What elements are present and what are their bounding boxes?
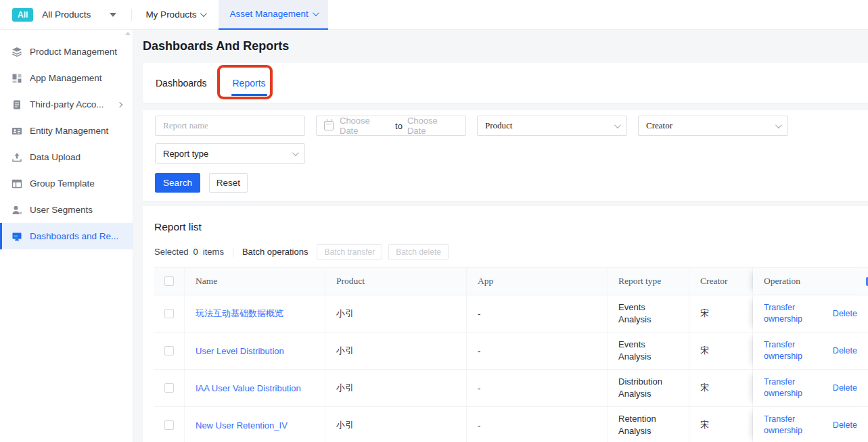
document-icon	[12, 99, 22, 110]
product-cell: 小引	[325, 370, 467, 406]
select-all-cell	[154, 268, 185, 295]
all-products-selector[interactable]: All Products	[42, 9, 91, 20]
delete-link[interactable]: Delete	[833, 420, 857, 430]
nav-item-my-products[interactable]: My Products	[145, 9, 205, 20]
app-cell: -	[467, 370, 608, 406]
report-type-cell: Retention Analysis	[608, 407, 689, 442]
report-table: Name Product App Report type Creator Ope…	[154, 267, 868, 442]
selected-label: Selected	[154, 247, 189, 257]
nav-item-asset-management[interactable]: Asset Management	[219, 0, 327, 30]
sidebar-item-group-template[interactable]: Group Template	[0, 170, 133, 197]
col-header-app: App	[467, 268, 608, 295]
report-name-input[interactable]	[155, 116, 305, 136]
col-header-product: Product	[325, 268, 467, 295]
delete-link[interactable]: Delete	[833, 383, 857, 393]
nav-divider	[131, 9, 132, 21]
app-grid-icon	[12, 73, 22, 84]
transfer-ownership-link[interactable]: Transfer ownership	[764, 339, 807, 362]
tab-dashboards[interactable]: Dashboards	[154, 63, 208, 103]
chevron-right-icon	[117, 101, 122, 107]
page-title: Dashboards And Reports	[143, 39, 289, 53]
sidebar-item-third-party-account[interactable]: Third-party Acco...	[0, 91, 133, 118]
report-type-select[interactable]: Report type	[155, 143, 305, 164]
row-checkbox[interactable]	[164, 309, 174, 318]
creator-cell: 宋	[689, 295, 753, 332]
table-row: IAA User Value Distribution 小引 - Distrib…	[154, 370, 868, 407]
id-card-icon	[12, 126, 22, 137]
dashboard-monitor-icon	[12, 231, 22, 242]
sidebar-item-label: Dashboards and Re...	[30, 231, 118, 241]
creator-cell: 宋	[689, 407, 753, 442]
date-end-placeholder: Choose Date	[407, 116, 458, 136]
sidebar-item-product-management[interactable]: Product Management	[0, 39, 133, 65]
tab-reports[interactable]: Reports	[231, 63, 267, 103]
batch-transfer-button[interactable]: Batch transfer	[317, 244, 382, 260]
product-cell: 小引	[325, 295, 467, 332]
report-name-link[interactable]: IAA User Value Distribution	[196, 383, 301, 393]
delete-link[interactable]: Delete	[833, 309, 857, 318]
report-name-link[interactable]: New User Retention_IV	[196, 420, 288, 431]
row-checkbox[interactable]	[164, 383, 174, 393]
sidebar-item-label: User Segments	[30, 205, 93, 215]
product-cell: 小引	[325, 333, 467, 369]
date-to-label: to	[395, 121, 403, 131]
sidebar-item-app-management[interactable]: App Management	[0, 65, 133, 91]
sidebar-item-user-segments[interactable]: User Segments	[0, 197, 133, 223]
creator-cell: 宋	[689, 333, 753, 369]
caret-down-icon[interactable]	[110, 13, 116, 17]
sidebar-item-dashboards-and-reports[interactable]: Dashboards and Re...	[0, 223, 133, 249]
row-checkbox[interactable]	[164, 420, 174, 430]
calendar-icon	[324, 121, 334, 130]
scrollbar-up-icon[interactable]	[125, 32, 131, 35]
app-cell: -	[467, 295, 608, 332]
tabs-bar: Dashboards Reports	[143, 63, 868, 103]
delete-link[interactable]: Delete	[833, 346, 857, 355]
table-row: 玩法互动基础数据概览 小引 - Events Analysis 宋 Transf…	[154, 295, 868, 333]
table-row: New User Retention_IV 小引 - Retention Ana…	[154, 407, 868, 442]
col-header-operation: Operation	[753, 268, 868, 295]
select-all-checkbox[interactable]	[164, 276, 174, 286]
col-header-report-type: Report type	[608, 268, 689, 295]
transfer-ownership-link[interactable]: Transfer ownership	[764, 414, 807, 437]
page-header: Dashboards And Reports	[133, 30, 868, 63]
operation-cell: Transfer ownership Delete	[753, 295, 868, 332]
batch-delete-button[interactable]: Batch delete	[388, 244, 449, 260]
report-type-select-value: Report type	[163, 149, 208, 159]
user-icon	[12, 205, 22, 216]
report-type-cell: Events Analysis	[608, 295, 689, 332]
sidebar-item-data-upload[interactable]: Data Upload	[0, 144, 133, 170]
chevron-down-icon	[292, 149, 299, 156]
col-header-creator: Creator	[689, 268, 753, 295]
transfer-ownership-link[interactable]: Transfer ownership	[764, 302, 807, 325]
report-name-link[interactable]: 玩法互动基础数据概览	[196, 308, 283, 320]
app-cell: -	[467, 333, 608, 369]
row-checkbox[interactable]	[164, 346, 174, 355]
report-list-title: Report list	[154, 206, 868, 233]
table-header-row: Name Product App Report type Creator Ope…	[154, 267, 868, 295]
date-range-picker[interactable]: Choose Date to Choose Date	[316, 116, 466, 136]
col-header-name: Name	[185, 268, 325, 295]
report-name-link[interactable]: User Level Distribution	[196, 346, 284, 356]
sidebar-item-label: Third-party Acco...	[30, 99, 104, 109]
sidebar-item-label: Product Management	[30, 47, 117, 57]
table-template-icon	[12, 178, 22, 189]
items-label: items	[203, 247, 224, 257]
search-button[interactable]: Search	[155, 173, 200, 193]
product-select-value: Product	[485, 120, 512, 131]
report-type-cell: Distribution Analysis	[608, 370, 689, 406]
report-type-cell: Events Analysis	[608, 333, 689, 369]
creator-select[interactable]: Creator	[638, 116, 788, 136]
top-nav: All All Products My Products Asset Manag…	[0, 0, 868, 30]
all-badge: All	[12, 8, 33, 22]
chevron-down-icon	[200, 10, 207, 17]
transfer-ownership-link[interactable]: Transfer ownership	[764, 376, 807, 399]
sidebar-item-label: App Management	[30, 73, 102, 83]
sidebar-item-entity-management[interactable]: Entity Management	[0, 118, 133, 144]
upload-icon	[12, 152, 22, 163]
filter-panel: Choose Date to Choose Date Product Creat…	[143, 110, 868, 201]
report-list-panel: Report list Selected 0 items Batch opera…	[143, 206, 868, 442]
reset-button[interactable]: Reset	[209, 173, 248, 193]
product-select[interactable]: Product	[477, 116, 627, 136]
sidebar: Product Management App Management Third-…	[0, 30, 133, 442]
active-tab-underline	[231, 94, 267, 96]
